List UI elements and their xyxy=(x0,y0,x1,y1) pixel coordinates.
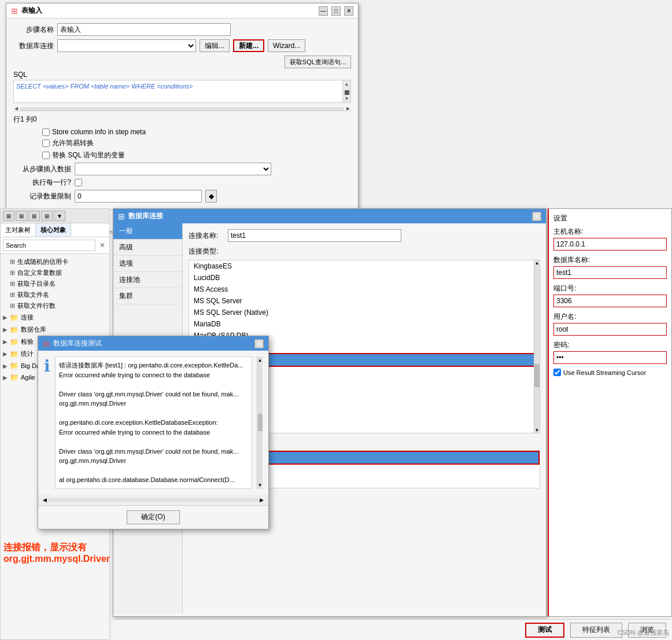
error-line-8: org.gjt.mm.mysql.Driver xyxy=(59,456,248,466)
db-name-input[interactable] xyxy=(553,266,667,279)
port-input[interactable] xyxy=(553,295,667,307)
error-text-area[interactable]: 错误连接数据库 [test1] : org.pentaho.di.core.ex… xyxy=(55,356,252,489)
db-list-item-msaccess[interactable]: MS Access xyxy=(189,284,540,295)
error-line-6: Error occurred while trying to connect t… xyxy=(59,428,248,437)
use-streaming-row: Use Result Streaming Cursor xyxy=(553,369,667,376)
limit-row: 记录数量限制 ◆ xyxy=(13,190,351,203)
step-name-input[interactable] xyxy=(57,23,231,36)
feature-list-button[interactable]: 特征列表 xyxy=(570,623,622,638)
sql-section: SQL SELECT <values> FROM <table name> WH… xyxy=(13,71,351,103)
use-streaming-checkbox[interactable] xyxy=(553,369,561,376)
db-nav-pool[interactable]: 连接池 xyxy=(113,272,182,288)
host-field-row: 主机名称: xyxy=(553,227,667,251)
tree-item-get-filename[interactable]: ⊞ 获取文件名 xyxy=(1,289,109,300)
error-line-5: org.pentaho.di.core.exception.KettleData… xyxy=(59,418,248,428)
get-sql-button[interactable]: 获取SQL查询语句... xyxy=(285,56,351,68)
folder-label-3: 检验 xyxy=(21,337,34,346)
db-name-field-row: 数据库名称: xyxy=(553,255,667,279)
db-connect-row: 数据库连接 编辑... 新建... Wizard... xyxy=(13,39,351,52)
db-nav-general[interactable]: 一般 xyxy=(113,223,182,240)
error-ok-button[interactable]: 确定(O) xyxy=(127,510,179,524)
db-list-item-mssql-native[interactable]: MS SQL Server (Native) xyxy=(189,307,540,318)
search-clear-icon[interactable]: ✕ xyxy=(98,241,107,250)
db-nav-options[interactable]: 选项 xyxy=(113,256,182,272)
error-line-1: 错误连接数据库 [test1] : org.pentaho.di.core.ex… xyxy=(59,361,248,370)
table-input-dialog: ⊞ 表输入 — □ ✕ 步骤名称 数据库连接 编辑... 新建... Wizar… xyxy=(6,3,359,231)
edit-button[interactable]: 编辑... xyxy=(200,39,230,52)
pwd-label: 密码: xyxy=(553,340,667,350)
folder-icon-4: 📁 xyxy=(10,350,19,358)
tree-item-get-filerows[interactable]: ⊞ 获取文件行数 xyxy=(1,300,109,311)
error-line-4: org.gjt.mm.mysql.Driver xyxy=(59,399,248,409)
step-name-row: 步骤名称 xyxy=(13,23,351,36)
db-list-item-mssql[interactable]: MS SQL Server xyxy=(189,295,540,307)
test-button[interactable]: 测试 xyxy=(525,623,564,638)
expand-icon-4: ▶ xyxy=(3,351,8,357)
replace-sql-var-checkbox[interactable] xyxy=(42,152,50,159)
db-list-item-mariadb[interactable]: MariaDB xyxy=(189,318,540,330)
toolbar-dropdown-btn[interactable]: ▼ xyxy=(54,211,65,221)
folder-icon-1: 📁 xyxy=(10,314,19,322)
tree-item-custom-const[interactable]: ⊞ 自定义常量数据 xyxy=(1,267,109,278)
tree-item-label-3: 获取子目录名 xyxy=(17,279,56,288)
pwd-input[interactable] xyxy=(553,351,667,364)
wizard-button[interactable]: Wizard... xyxy=(268,39,305,52)
table-input-titlebar: ⊞ 表输入 — □ ✕ xyxy=(6,3,358,19)
exec-each-checkbox[interactable] xyxy=(75,179,82,186)
limit-icon-btn[interactable]: ◆ xyxy=(205,190,217,203)
toolbar-btn-1[interactable]: ⊞ xyxy=(3,211,14,221)
tab-main-objects[interactable]: 主对象树 xyxy=(1,223,36,237)
store-column-info-checkbox[interactable] xyxy=(42,128,50,136)
new-button[interactable]: 新建... xyxy=(233,39,264,52)
allow-simple-convert-label: 允许简易转换 xyxy=(52,138,94,148)
table-input-title-icon: ⊞ xyxy=(11,6,18,16)
db-connect-select[interactable] xyxy=(57,39,196,52)
tree-item-random-credit[interactable]: ⊞ 生成随机的信用卡 xyxy=(1,256,109,267)
error-info-icon: ℹ xyxy=(44,356,50,489)
db-dialog-titlebar: ⊞ 数据库连接 ✕ xyxy=(113,209,546,223)
connect-name-row: 连接名称: xyxy=(189,229,540,242)
connect-name-input[interactable] xyxy=(228,229,401,242)
tree-item-icon-2: ⊞ xyxy=(10,269,15,277)
port-field-row: 端口号: xyxy=(553,284,667,307)
toolbar-btn-2[interactable]: ⊞ xyxy=(16,211,27,221)
tree-item-icon-1: ⊞ xyxy=(10,258,15,266)
host-label: 主机名称: xyxy=(553,227,667,237)
tree-item-icon-4: ⊞ xyxy=(10,291,15,299)
db-dialog-icon: ⊞ xyxy=(118,212,125,221)
db-dialog-close[interactable]: ✕ xyxy=(532,212,541,221)
search-input[interactable] xyxy=(3,240,95,251)
folder-connection[interactable]: ▶ 📁 连接 xyxy=(1,311,109,323)
table-input-title: 表输入 xyxy=(21,6,42,16)
store-column-info-label: Store column info in step meta xyxy=(52,128,146,136)
db-list-item-kingbase[interactable]: KingbaseES xyxy=(189,260,540,272)
db-nav-cluster[interactable]: 集群 xyxy=(113,288,182,304)
db-list-item-luciddb[interactable]: LucidDB xyxy=(189,272,540,284)
close-button[interactable]: ✕ xyxy=(344,6,353,16)
left-tabs: 主对象树 核心对象 xyxy=(1,223,109,237)
error-close-btn[interactable]: ✕ xyxy=(254,339,264,348)
error-line-2: Error occurred while trying to connect t… xyxy=(59,370,248,380)
port-label: 端口号: xyxy=(553,284,667,293)
minimize-button[interactable]: — xyxy=(319,6,328,16)
host-input[interactable] xyxy=(553,238,667,251)
folder-icon-5: 📁 xyxy=(10,362,19,370)
limit-input[interactable] xyxy=(75,190,202,203)
user-label: 用户名: xyxy=(553,312,667,322)
folder-datawarehouse[interactable]: ▶ 📁 数据仓库 xyxy=(1,323,109,336)
user-input[interactable] xyxy=(553,323,667,336)
sql-content[interactable]: SELECT <values> FROM <table name> WHERE … xyxy=(14,80,342,102)
use-streaming-label: Use Result Streaming Cursor xyxy=(563,369,646,376)
tab-core-objects[interactable]: 核心对象 xyxy=(36,223,71,237)
toolbar-btn-3[interactable]: ⊞ xyxy=(28,211,40,221)
maximize-button[interactable]: □ xyxy=(331,6,341,16)
toolbar-btn-4[interactable]: ⊞ xyxy=(41,211,53,221)
tree-item-get-subdir[interactable]: ⊞ 获取子目录名 xyxy=(1,278,109,289)
error-dialog-title: 数据库连接测试 xyxy=(53,339,102,348)
error-title-icon: ⊞ xyxy=(43,339,50,348)
user-field-row: 用户名: xyxy=(553,312,667,336)
insert-from-step-select[interactable] xyxy=(75,163,271,175)
exec-each-label: 执行每一行? xyxy=(13,178,71,187)
db-nav-advanced[interactable]: 高级 xyxy=(113,240,182,256)
allow-simple-convert-checkbox[interactable] xyxy=(42,139,50,147)
